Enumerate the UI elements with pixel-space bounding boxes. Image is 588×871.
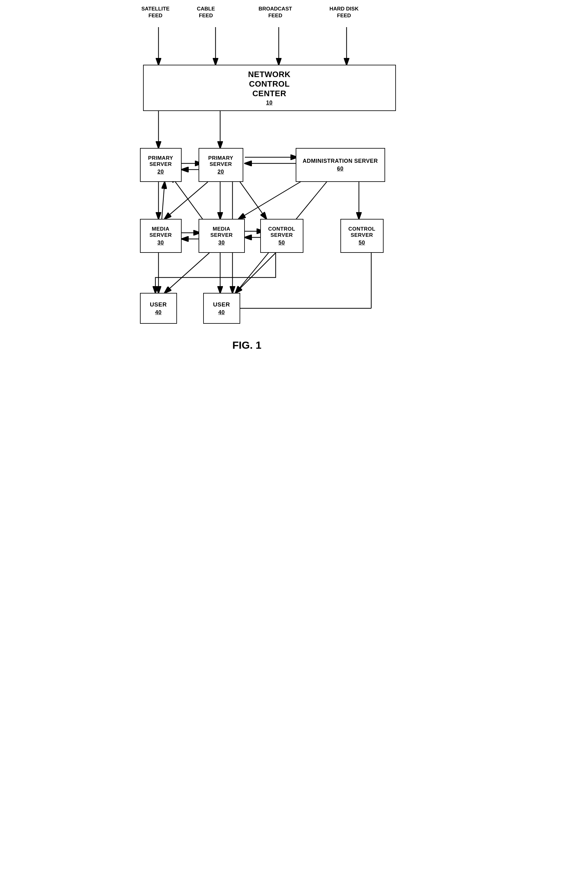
primary-server-left-label: PRIMARYSERVER	[148, 155, 173, 168]
user-center-label: USER	[213, 301, 230, 308]
control-server-center-number: 50	[278, 239, 285, 246]
primary-server-center-box: PRIMARYSERVER 20	[199, 148, 243, 182]
hard-disk-feed-label: HARD DISKFEED	[330, 6, 359, 19]
broadcast-feed-label: BROADCASTFEED	[259, 6, 292, 19]
primary-server-center-label: PRIMARYSERVER	[208, 155, 233, 168]
svg-line-32	[162, 182, 165, 222]
user-left-number: 40	[155, 309, 162, 316]
user-center-number: 40	[218, 309, 225, 316]
primary-server-center-number: 20	[217, 169, 224, 175]
media-server-center-number: 30	[218, 239, 225, 246]
media-server-center-box: MEDIASERVER 30	[199, 219, 245, 253]
svg-line-21	[165, 253, 209, 293]
diagram-container: SATELLITEFEED CABLEFEED BROADCASTFEED HA…	[124, 0, 464, 37]
user-center-box: USER 40	[203, 293, 240, 324]
media-server-left-number: 30	[157, 239, 164, 246]
primary-server-left-box: PRIMARYSERVER 20	[140, 148, 182, 182]
diagram-arrows	[124, 0, 464, 37]
primary-server-left-number: 20	[157, 169, 164, 175]
control-server-right-label: CONTROLSERVER	[349, 226, 376, 238]
svg-line-14	[165, 182, 208, 219]
svg-line-31	[171, 176, 205, 222]
user-left-label: USER	[150, 301, 167, 308]
administration-server-number: 60	[337, 166, 344, 172]
svg-line-25	[236, 253, 276, 293]
cable-feed-label: CABLEFEED	[197, 6, 215, 19]
administration-server-label: ADMINISTRATION SERVER	[303, 158, 378, 164]
control-server-right-number: 50	[359, 239, 365, 246]
control-server-right-box: CONTROLSERVER 50	[340, 219, 384, 253]
control-server-center-label: CONTROLSERVER	[268, 226, 295, 238]
media-server-left-label: MEDIASERVER	[150, 226, 172, 238]
ncc-number: 10	[266, 100, 272, 106]
administration-server-box: ADMINISTRATION SERVER 60	[296, 148, 385, 182]
media-server-center-label: MEDIASERVER	[210, 226, 233, 238]
control-server-center-box: CONTROLSERVER 50	[260, 219, 304, 253]
media-server-left-box: MEDIASERVER 30	[140, 219, 182, 253]
satellite-feed-label: SATELLITEFEED	[142, 6, 170, 19]
user-left-box: USER 40	[140, 293, 177, 324]
svg-line-15	[236, 176, 266, 219]
figure-label: FIG. 1	[232, 339, 262, 351]
network-control-center-box: NETWORKCONTROLCENTER 10	[143, 65, 396, 111]
ncc-label: NETWORKCONTROLCENTER	[248, 70, 291, 98]
